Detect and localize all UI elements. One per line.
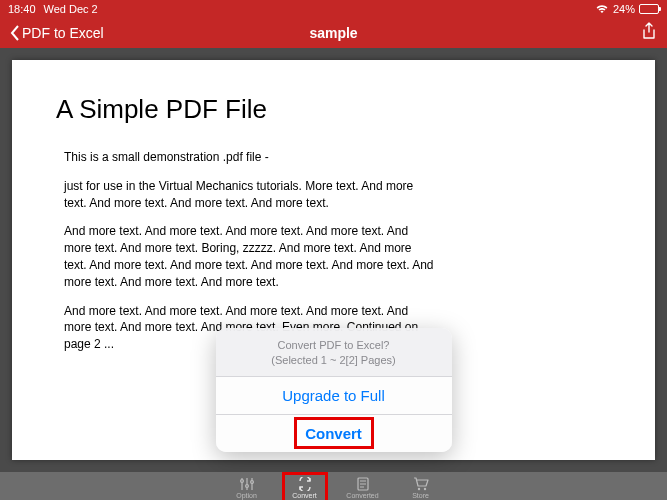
convert-action-sheet: Convert PDF to Excel? (Selected 1 ~ 2[2]… [216,328,452,452]
share-icon [641,22,657,40]
svg-point-3 [240,480,243,483]
status-date: Wed Dec 2 [44,3,98,15]
convert-button-label: Convert [305,425,362,442]
tab-label: Converted [346,492,378,499]
svg-point-5 [250,481,253,484]
tab-converted[interactable]: Converted [343,475,383,499]
sliders-icon [239,477,255,491]
back-label: PDF to Excel [22,25,104,41]
battery-percent: 24% [613,3,635,15]
upgrade-button[interactable]: Upgrade to Full [216,376,452,414]
tab-convert[interactable]: Convert [285,475,325,499]
document-title: A Simple PDF File [56,94,611,125]
refresh-icon [297,477,313,491]
document-icon [355,477,371,491]
popup-header: Convert PDF to Excel? (Selected 1 ~ 2[2]… [216,328,452,376]
document-body: This is a small demonstration .pdf file … [56,149,436,353]
tab-bar: Option Convert Converted Store [0,472,667,500]
svg-point-4 [245,485,248,488]
popup-subtitle: (Selected 1 ~ 2[2] Pages) [228,353,440,368]
status-time: 18:40 [8,3,36,15]
tab-label: Option [236,492,257,499]
share-button[interactable] [641,22,657,44]
wifi-icon [595,4,609,14]
svg-point-10 [417,488,419,490]
chevron-left-icon [10,25,20,41]
nav-bar: PDF to Excel sample [0,18,667,48]
back-button[interactable]: PDF to Excel [10,25,104,41]
tab-store[interactable]: Store [401,475,441,499]
status-bar: 18:40 Wed Dec 2 24% [0,0,667,18]
doc-paragraph: This is a small demonstration .pdf file … [64,149,436,166]
doc-paragraph: just for use in the Virtual Mechanics tu… [64,178,436,212]
doc-paragraph: And more text. And more text. And more t… [64,223,436,290]
content-area: A Simple PDF File This is a small demons… [0,48,667,472]
svg-point-11 [423,488,425,490]
popup-title: Convert PDF to Excel? [228,338,440,353]
tab-label: Convert [292,492,317,499]
battery-icon [639,4,659,14]
tab-label: Store [412,492,429,499]
tab-option[interactable]: Option [227,475,267,499]
cart-icon [413,477,429,491]
convert-button[interactable]: Convert [216,414,452,452]
